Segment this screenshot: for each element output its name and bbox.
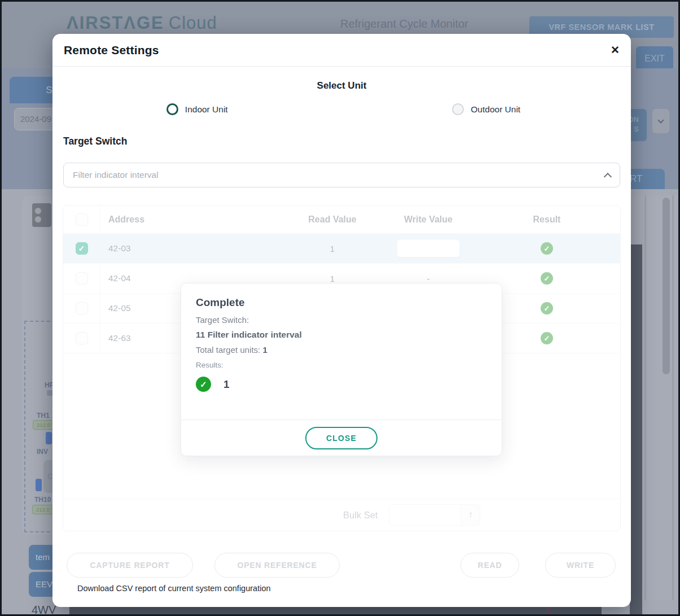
bulk-set-label: Bulk Set xyxy=(343,510,378,521)
bulk-set-group: ↑ xyxy=(389,504,480,526)
success-check-icon xyxy=(541,332,553,344)
page-title: Refrigerant Cycle Monitor xyxy=(340,18,468,30)
label-4wv: 4WV xyxy=(32,604,56,616)
chevron-down-icon xyxy=(657,117,664,123)
exit-button[interactable]: EXIT xyxy=(636,46,673,71)
modal-title: Remote Settings xyxy=(64,43,159,57)
results-label: Results: xyxy=(196,361,487,369)
bulk-set-input[interactable] xyxy=(389,504,461,526)
success-check-icon xyxy=(541,302,553,314)
row-checkbox[interactable] xyxy=(76,332,88,344)
background-chart-bar xyxy=(630,244,642,615)
app-screen: ΛIRSTΛGECloud Refrigerant Cycle Monitor … xyxy=(0,0,680,616)
select-all-cell xyxy=(63,206,100,233)
complete-dialog-body: Complete Target Switch: 11 Filter indica… xyxy=(181,283,502,420)
write-value-cell xyxy=(383,234,473,263)
row-checkbox-cell xyxy=(63,324,100,353)
background-dropdown[interactable] xyxy=(652,109,669,133)
switch-name: 11 Filter indicator interval xyxy=(196,330,487,340)
target-switch-dropdown-value: Filter indicator interval xyxy=(73,170,159,180)
row-checkbox-cell xyxy=(63,234,100,263)
sensor-label-th1: TH1 xyxy=(37,412,50,420)
indoor-unit-radio[interactable] xyxy=(166,103,178,115)
select-unit-heading: Select Unit xyxy=(52,80,631,91)
open-reference-button[interactable]: OPEN REFERENCE xyxy=(214,553,340,578)
background-column-divider xyxy=(644,195,646,600)
result-count: 1 xyxy=(223,378,230,391)
outdoor-unit-radio[interactable] xyxy=(452,103,464,115)
close-button[interactable]: CLOSE xyxy=(305,427,378,449)
column-header-read: Read Value xyxy=(282,206,383,233)
total-target-units: Total target units: 1 xyxy=(196,345,487,355)
scrollbar-thumb[interactable] xyxy=(663,198,670,374)
read-value-cell: 1 xyxy=(282,234,383,263)
success-check-icon xyxy=(541,242,553,255)
write-value-input[interactable] xyxy=(397,239,460,257)
table-header-row: Address Read Value Write Value Result xyxy=(63,206,620,234)
row-checkbox-cell xyxy=(63,264,100,293)
read-button[interactable]: READ xyxy=(460,553,519,578)
row-checkbox-cell xyxy=(63,294,100,323)
capture-report-button[interactable]: CAPTURE REPORT xyxy=(67,553,193,578)
row-checkbox[interactable] xyxy=(76,302,88,314)
complete-dialog: Complete Target Switch: 11 Filter indica… xyxy=(181,283,502,456)
sensor-label-th10: TH10 xyxy=(34,496,51,504)
total-value: 1 xyxy=(262,345,267,355)
complete-title: Complete xyxy=(196,296,487,309)
unit-radio-group: Indoor Unit Outdoor Unit xyxy=(52,103,631,115)
column-header-result: Result xyxy=(473,206,620,233)
logo-airstage-text: ΛIRSTΛGE xyxy=(67,13,164,33)
result-cell xyxy=(473,234,620,263)
address-cell: 42-03 xyxy=(100,234,282,263)
column-header-address: Address xyxy=(100,206,282,233)
airstage-logo: ΛIRSTΛGECloud xyxy=(67,13,217,33)
indoor-unit-icon xyxy=(32,203,51,227)
target-switch-dropdown[interactable]: Filter indicator interval xyxy=(63,163,620,187)
modal-footer: CAPTURE REPORT OPEN REFERENCE READ WRITE xyxy=(52,553,631,578)
csv-note: Download CSV report of current system co… xyxy=(77,584,631,593)
total-label: Total target units: xyxy=(196,345,262,355)
write-button[interactable]: WRITE xyxy=(545,553,616,578)
complete-dialog-footer: CLOSE xyxy=(181,420,502,456)
close-icon[interactable]: ✕ xyxy=(611,45,620,55)
bulk-set-row: Bulk Set ↑ xyxy=(63,499,620,531)
row-checkbox[interactable] xyxy=(76,242,88,255)
sensor-pin-icon xyxy=(36,479,42,491)
background-column-divider xyxy=(672,195,674,600)
row-checkbox[interactable] xyxy=(76,272,88,285)
select-all-checkbox[interactable] xyxy=(76,213,88,226)
target-switch-heading: Target Switch xyxy=(63,136,631,147)
sensor-label-inv: INV xyxy=(37,448,48,456)
outdoor-unit-option[interactable]: Outdoor Unit xyxy=(342,103,631,115)
modal-header: Remote Settings ✕ xyxy=(52,34,631,67)
indoor-unit-label: Indoor Unit xyxy=(185,104,228,115)
target-switch-label: Target Switch: xyxy=(196,315,487,325)
column-header-write: Write Value xyxy=(383,206,473,233)
result-row: 1 xyxy=(196,377,487,392)
bulk-apply-button[interactable]: ↑ xyxy=(461,504,480,526)
indoor-unit-option[interactable]: Indoor Unit xyxy=(52,103,342,115)
sensor-pin-icon xyxy=(46,432,52,444)
success-check-icon xyxy=(541,272,553,285)
remote-settings-modal: Remote Settings ✕ Select Unit Indoor Uni… xyxy=(52,34,631,607)
outdoor-unit-label: Outdoor Unit xyxy=(471,104,520,115)
chevron-up-icon xyxy=(604,173,612,181)
table-row: 42-03 1 xyxy=(63,234,620,264)
logo-cloud-text: Cloud xyxy=(169,13,217,33)
success-check-icon xyxy=(196,377,211,392)
